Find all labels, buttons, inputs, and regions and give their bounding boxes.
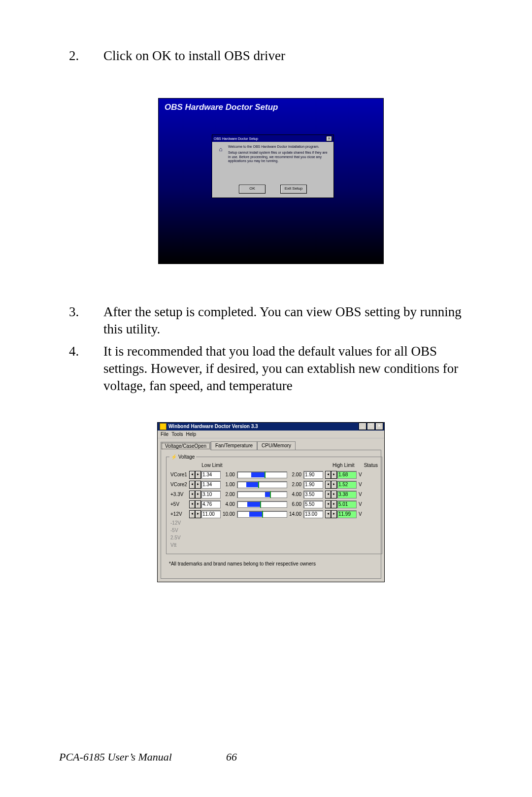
reading-value: 1.52 xyxy=(337,481,357,489)
axis-high: 4.00 xyxy=(288,490,302,499)
instruction-list: 2. Click on OK to install OBS driver xyxy=(69,47,473,65)
high-limit-spinner[interactable]: ◂▸11.99 xyxy=(325,510,357,518)
menu-tools[interactable]: Tools xyxy=(171,432,183,437)
spin-right-icon[interactable]: ▸ xyxy=(331,471,337,479)
status-value: V xyxy=(358,490,363,499)
high-limit-value: 5.50 xyxy=(303,500,323,508)
spin-left-icon[interactable]: ◂ xyxy=(325,500,331,508)
close-button[interactable]: × xyxy=(375,423,383,430)
high-limit-value: 1.90 xyxy=(303,471,323,479)
status-value: V xyxy=(358,470,363,480)
table-row: Vtt xyxy=(169,541,379,549)
axis-low: 2.00 xyxy=(222,490,236,499)
low-limit-value[interactable]: 11.00 xyxy=(201,510,221,518)
header-high-limit: High Limit xyxy=(324,463,363,470)
dialog-titlebar: OBS Hardware Doctor Setup x xyxy=(212,135,333,142)
voltage-bar xyxy=(237,511,287,518)
table-row: VCore1◂▸1.341.002.001.90◂▸1.68V xyxy=(169,470,379,480)
axis-high: 2.00 xyxy=(288,470,302,480)
spin-right-icon[interactable]: ▸ xyxy=(331,481,337,489)
spin-left-icon[interactable]: ◂ xyxy=(325,471,331,479)
low-limit-value[interactable]: 1.34 xyxy=(201,481,221,489)
spin-left-icon[interactable]: ◂ xyxy=(325,481,331,489)
setup-message-2: Setup cannot install system files or upd… xyxy=(228,151,330,163)
menu-bar: File Tools Help xyxy=(158,431,384,438)
voltage-icon: ⚡ xyxy=(171,454,177,460)
axis-high: 2.00 xyxy=(288,480,302,490)
voltage-bar xyxy=(237,501,287,508)
spin-right-icon[interactable]: ▸ xyxy=(331,500,337,508)
app-icon xyxy=(160,423,166,430)
voltage-name: Vtt xyxy=(169,541,188,549)
list-text: After the setup is completed. You can vi… xyxy=(103,303,473,338)
tab-fan-temp[interactable]: Fan/Temperature xyxy=(211,441,257,450)
footer-page-number: 66 xyxy=(226,751,237,764)
close-icon[interactable]: x xyxy=(326,136,332,141)
high-limit-spinner[interactable]: ◂▸5.01 xyxy=(325,500,357,508)
voltage-name: -12V xyxy=(169,519,188,527)
spin-right-icon[interactable]: ▸ xyxy=(195,471,201,479)
voltage-name: +3.3V xyxy=(169,490,188,499)
reading-value: 3.38 xyxy=(337,491,357,498)
voltage-group: ⚡ Voltage Low Limit High Limit Status xyxy=(166,454,382,554)
spin-right-icon[interactable]: ▸ xyxy=(195,491,201,498)
spin-right-icon[interactable]: ▸ xyxy=(195,500,201,508)
window-title: Winbond Hardware Doctor Version 3.3 xyxy=(168,424,258,429)
reading-value: 5.01 xyxy=(337,500,357,508)
axis-low: 1.00 xyxy=(222,480,236,490)
page-footer: PCA-6185 User’s Manual 66 xyxy=(59,751,305,764)
spin-left-icon[interactable]: ◂ xyxy=(189,471,195,479)
dialog-title: OBS Hardware Doctor Setup xyxy=(214,137,258,140)
exit-setup-button[interactable]: Exit Setup xyxy=(280,185,307,194)
reading-value: 11.99 xyxy=(337,510,357,518)
tab-panel: ⚡ Voltage Low Limit High Limit Status xyxy=(161,450,381,579)
spin-right-icon[interactable]: ▸ xyxy=(195,510,201,518)
spin-left-icon[interactable]: ◂ xyxy=(189,481,195,489)
obs-setup-screenshot: OBS Hardware Doctor Setup OBS Hardware D… xyxy=(158,98,384,264)
maximize-button[interactable]: □ xyxy=(367,423,375,430)
low-limit-spinner[interactable]: ◂▸11.00 xyxy=(189,510,221,518)
footer-manual-title: PCA-6185 User’s Manual xyxy=(59,751,172,764)
spin-left-icon[interactable]: ◂ xyxy=(189,500,195,508)
voltage-name: -5V xyxy=(169,527,188,534)
high-limit-spinner[interactable]: ◂▸3.38 xyxy=(325,491,357,498)
window-titlebar: Winbond Hardware Doctor Version 3.3 _ □ … xyxy=(158,423,384,431)
high-limit-spinner[interactable]: ◂▸1.52 xyxy=(325,481,357,489)
menu-file[interactable]: File xyxy=(161,432,168,437)
header-low-limit: Low Limit xyxy=(188,463,236,470)
table-row: +12V◂▸11.0010.0014.0013.00◂▸11.99V xyxy=(169,509,379,519)
low-limit-spinner[interactable]: ◂▸4.76 xyxy=(189,500,221,508)
tab-cpu-memory[interactable]: CPU/Memory xyxy=(257,441,296,450)
minimize-button[interactable]: _ xyxy=(359,423,366,430)
low-limit-spinner[interactable]: ◂▸3.10 xyxy=(189,491,221,498)
list-number: 3. xyxy=(69,303,103,338)
high-limit-spinner[interactable]: ◂▸1.68 xyxy=(325,471,357,479)
low-limit-value[interactable]: 3.10 xyxy=(201,491,221,498)
status-value: V xyxy=(358,509,363,519)
list-text: Click on OK to install OBS driver xyxy=(103,47,473,65)
low-limit-spinner[interactable]: ◂▸1.34 xyxy=(189,481,221,489)
spin-right-icon[interactable]: ▸ xyxy=(331,510,337,518)
axis-high: 14.00 xyxy=(288,509,302,519)
spin-right-icon[interactable]: ▸ xyxy=(331,491,337,498)
ok-button[interactable]: OK xyxy=(239,185,266,194)
list-item: 4. It is recommended that you load the d… xyxy=(69,343,473,395)
tab-voltage[interactable]: Voltage/CaseOpen xyxy=(161,442,211,450)
spin-left-icon[interactable]: ◂ xyxy=(189,491,195,498)
spin-left-icon[interactable]: ◂ xyxy=(325,491,331,498)
spin-left-icon[interactable]: ◂ xyxy=(325,510,331,518)
voltage-bar xyxy=(237,471,287,478)
reading-value: 1.68 xyxy=(337,471,357,479)
voltage-bar xyxy=(237,481,287,488)
low-limit-value[interactable]: 1.34 xyxy=(201,471,221,479)
high-limit-value: 13.00 xyxy=(303,510,323,518)
table-row: 2.5V xyxy=(169,534,379,541)
low-limit-value[interactable]: 4.76 xyxy=(201,500,221,508)
spin-right-icon[interactable]: ▸ xyxy=(195,481,201,489)
table-row: +3.3V◂▸3.102.004.003.50◂▸3.38V xyxy=(169,490,379,499)
low-limit-spinner[interactable]: ◂▸1.34 xyxy=(189,471,221,479)
status-value: V xyxy=(358,480,363,490)
menu-help[interactable]: Help xyxy=(186,432,196,437)
tab-row: Voltage/CaseOpen Fan/Temperature CPU/Mem… xyxy=(158,438,384,450)
spin-left-icon[interactable]: ◂ xyxy=(189,510,195,518)
